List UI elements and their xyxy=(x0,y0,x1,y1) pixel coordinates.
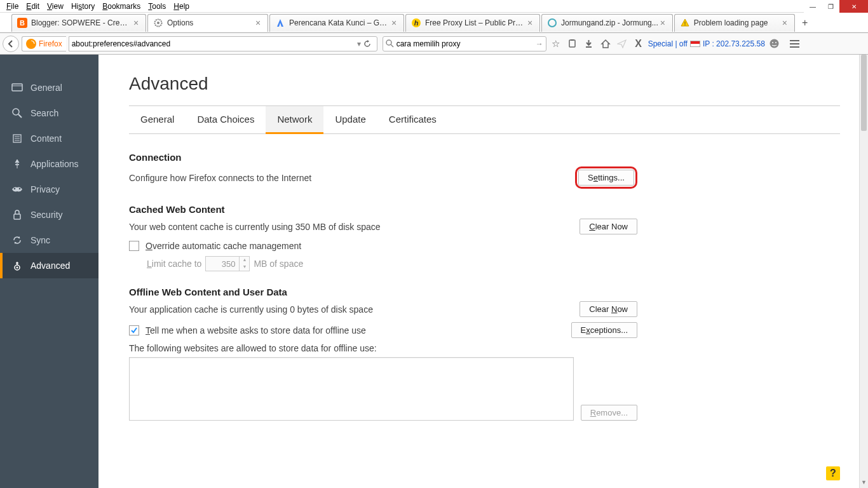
clipboard-icon[interactable] xyxy=(566,37,580,51)
offline-sites-listbox[interactable] xyxy=(129,357,574,421)
vertical-scrollbar[interactable]: ▲ ▼ xyxy=(859,55,868,488)
nav-toolbar: Firefox ▾ → ☆ X Special | off IP : 202.7… xyxy=(0,33,868,55)
bookmark-star-icon[interactable]: ☆ xyxy=(549,37,563,51)
sidebar-item-security[interactable]: Security xyxy=(0,202,98,227)
menu-history[interactable]: History xyxy=(67,2,98,11)
svg-point-19 xyxy=(13,109,19,115)
menu-bookmarks[interactable]: Bookmarks xyxy=(98,2,144,11)
new-tab-button[interactable]: + xyxy=(796,15,814,30)
window-restore[interactable]: ❐ xyxy=(822,0,839,13)
highlight-annotation: Settings... xyxy=(575,166,637,189)
search-icon xyxy=(386,39,394,48)
subtab-certificates[interactable]: Certificates xyxy=(377,106,448,133)
svg-rect-27 xyxy=(14,214,20,219)
hamburger-menu[interactable] xyxy=(787,36,803,52)
generic-icon xyxy=(547,18,557,28)
close-icon[interactable]: × xyxy=(254,18,262,27)
subtab-update[interactable]: Update xyxy=(323,106,377,133)
tab-blogger[interactable]: B Blogger: SOPWERE - Creat... × xyxy=(11,14,146,32)
special-toggle[interactable]: Special | off xyxy=(648,39,688,48)
tellme-checkbox[interactable]: Tell me when a website asks to store dat… xyxy=(129,325,366,336)
connection-settings-button[interactable]: Settings... xyxy=(578,170,634,186)
tab-proxy-list[interactable]: h Free Proxy List – Public Pro... × xyxy=(405,14,540,32)
window-close[interactable]: ✕ xyxy=(839,0,868,13)
dropdown-icon[interactable]: ▾ xyxy=(355,39,363,48)
svg-rect-12 xyxy=(571,39,574,41)
tab-label: Options xyxy=(167,18,254,27)
subtab-network[interactable]: Network xyxy=(266,106,323,134)
sidebar-item-sync[interactable]: Sync xyxy=(0,227,98,253)
advanced-icon xyxy=(10,260,24,271)
svg-point-3 xyxy=(157,22,159,24)
override-cache-checkbox[interactable]: Override automatic cache management xyxy=(129,241,637,251)
spinner-value: 350 xyxy=(206,259,239,269)
sidebar-label: Security xyxy=(31,210,63,220)
firefox-icon xyxy=(26,39,36,49)
subtab-general[interactable]: General xyxy=(129,106,186,133)
downloads-icon[interactable] xyxy=(582,37,596,51)
url-bar[interactable]: ▾ xyxy=(69,36,377,51)
close-icon[interactable]: × xyxy=(132,18,140,27)
close-icon[interactable]: × xyxy=(390,18,398,27)
cache-limit-spinner: 350 ▲▼ xyxy=(205,256,250,271)
svg-point-9 xyxy=(386,40,391,45)
clear-offline-button[interactable]: Clear Now xyxy=(580,301,637,317)
connection-section: Connection Configure how Firefox connect… xyxy=(129,152,637,189)
sidebar-item-privacy[interactable]: Privacy xyxy=(0,177,98,202)
sidebar-item-general[interactable]: General xyxy=(0,75,98,100)
blogger-icon: B xyxy=(17,18,27,28)
tab-options[interactable]: Options × xyxy=(147,14,268,32)
url-input[interactable] xyxy=(72,39,355,48)
cached-section: Cached Web Content Your web content cach… xyxy=(129,204,637,271)
identity-label: Firefox xyxy=(39,39,62,48)
offline-section: Offline Web Content and User Data Your a… xyxy=(129,287,637,421)
section-desc: Your application cache is currently usin… xyxy=(129,304,373,315)
reload-icon[interactable] xyxy=(363,39,374,48)
search-input[interactable] xyxy=(397,39,536,48)
tab-jormungand[interactable]: Jormungand.zip - Jormung... × xyxy=(541,14,673,32)
go-arrow-icon[interactable]: → xyxy=(536,39,543,48)
subtab-data-choices[interactable]: Data Choices xyxy=(186,106,266,133)
svg-text:h: h xyxy=(414,19,419,27)
menu-help[interactable]: Help xyxy=(170,2,193,11)
home-icon[interactable] xyxy=(599,37,613,51)
close-icon[interactable]: × xyxy=(780,18,789,27)
clear-cache-button[interactable]: Clear Now xyxy=(580,219,637,234)
scroll-down-icon[interactable]: ▼ xyxy=(860,479,868,488)
checkbox-icon xyxy=(129,325,139,336)
section-desc: Your web content cache is currently usin… xyxy=(129,222,381,232)
identity-box[interactable]: Firefox xyxy=(22,36,66,51)
content-icon xyxy=(10,133,24,144)
menu-tools[interactable]: Tools xyxy=(144,2,170,11)
spinner-down: ▼ xyxy=(240,264,249,271)
close-icon[interactable]: × xyxy=(526,18,534,27)
svg-rect-17 xyxy=(12,84,22,91)
tab-label: Free Proxy List – Public Pro... xyxy=(425,18,526,27)
limit-suffix: MB of space xyxy=(254,259,303,269)
sidebar-item-search[interactable]: Search xyxy=(0,100,98,126)
svg-text:!: ! xyxy=(684,20,686,27)
exceptions-button[interactable]: Exceptions... xyxy=(571,322,637,338)
ip-label: IP : 202.73.225.58 xyxy=(703,39,765,48)
menu-view[interactable]: View xyxy=(43,2,67,11)
x-extension-icon[interactable]: X xyxy=(632,37,646,51)
svg-text:B: B xyxy=(20,19,25,27)
close-icon[interactable]: × xyxy=(658,18,667,27)
help-button[interactable]: ? xyxy=(826,466,840,480)
menu-edit[interactable]: Edit xyxy=(22,2,43,11)
menu-file[interactable]: File xyxy=(3,2,22,11)
sidebar-item-advanced[interactable]: Advanced xyxy=(0,253,98,278)
send-icon xyxy=(615,37,629,51)
tab-problem-loading[interactable]: ! Problem loading page × xyxy=(674,14,795,32)
window-minimize[interactable]: — xyxy=(804,0,822,13)
scroll-thumb[interactable] xyxy=(861,55,867,131)
limit-cache-row: Limit cache to 350 ▲▼ MB of space xyxy=(147,256,637,271)
back-button[interactable] xyxy=(3,36,19,52)
sidebar-item-applications[interactable]: Applications xyxy=(0,151,98,177)
emoji-icon[interactable] xyxy=(768,37,782,51)
sidebar-item-content[interactable]: Content xyxy=(0,126,98,151)
tab-adwords[interactable]: Perencana Kata Kunci – Go... × xyxy=(269,14,404,32)
following-label: The following websites are allowed to st… xyxy=(129,343,637,353)
search-bar[interactable]: → xyxy=(383,36,546,51)
sync-icon xyxy=(10,234,24,246)
